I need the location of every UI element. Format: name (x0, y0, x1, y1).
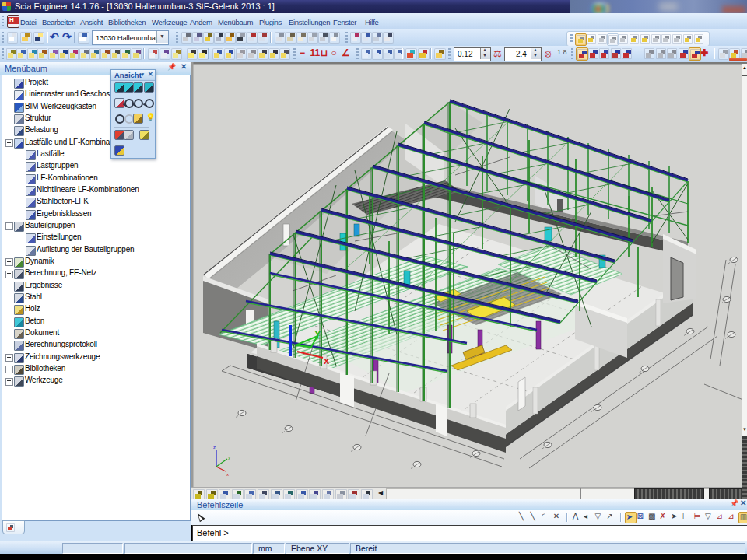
svg-text:y: y (228, 455, 230, 460)
svg-text:Y: Y (314, 328, 321, 340)
svg-text:x: x (226, 472, 229, 477)
svg-text:x: x (324, 355, 330, 366)
svg-text:z: z (213, 445, 216, 450)
